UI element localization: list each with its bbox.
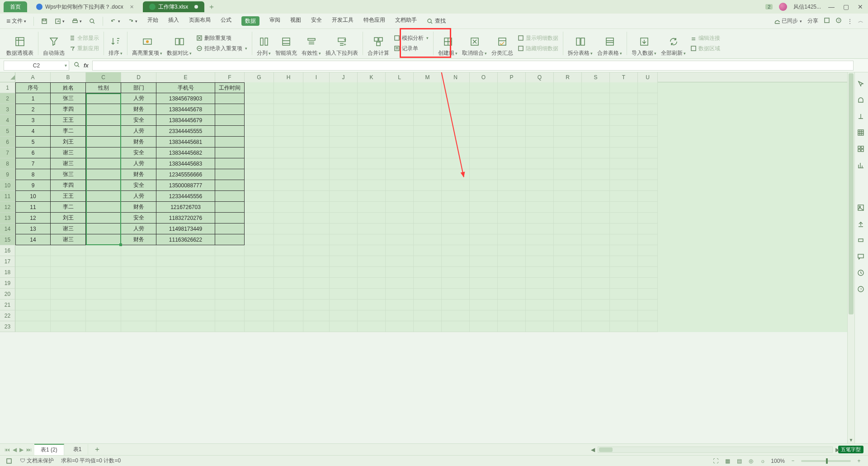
- cell[interactable]: [51, 321, 86, 332]
- cell[interactable]: [245, 126, 274, 137]
- cell[interactable]: [582, 234, 610, 245]
- cell[interactable]: [414, 289, 442, 300]
- cell[interactable]: [330, 256, 358, 267]
- col-header-B[interactable]: B: [51, 72, 86, 82]
- cell[interactable]: 张三: [51, 93, 86, 104]
- cell[interactable]: [554, 191, 582, 202]
- cell[interactable]: [215, 93, 245, 104]
- cell[interactable]: [156, 278, 215, 289]
- cell[interactable]: [245, 82, 274, 93]
- cell[interactable]: [498, 267, 526, 278]
- cell[interactable]: [470, 82, 498, 93]
- cell[interactable]: 刘王: [51, 213, 86, 223]
- cell[interactable]: [554, 115, 582, 126]
- cell[interactable]: [442, 267, 470, 278]
- cell[interactable]: [386, 310, 414, 321]
- cell[interactable]: [386, 93, 414, 104]
- cell[interactable]: [358, 82, 386, 93]
- row-header[interactable]: 15: [0, 234, 15, 245]
- cell[interactable]: [610, 278, 638, 289]
- cell[interactable]: 财务: [121, 104, 156, 115]
- split-table-button[interactable]: 拆分表格▾: [568, 30, 593, 57]
- auto-filter-button[interactable]: 自动筛选: [43, 30, 65, 57]
- feedback-tool-icon[interactable]: [858, 253, 866, 262]
- cell[interactable]: [215, 115, 245, 126]
- cell[interactable]: [498, 169, 526, 180]
- cell[interactable]: [442, 82, 470, 93]
- row-header[interactable]: 17: [0, 256, 15, 267]
- cell[interactable]: [582, 300, 610, 310]
- cell[interactable]: [386, 245, 414, 256]
- row-header[interactable]: 13: [0, 213, 15, 223]
- hide-detail-button[interactable]: 隐藏明细数据: [518, 45, 558, 52]
- tab-security[interactable]: 安全: [311, 16, 322, 26]
- cell[interactable]: 部门: [121, 82, 156, 93]
- cell[interactable]: [582, 126, 610, 137]
- cell[interactable]: [638, 289, 658, 300]
- cell[interactable]: [526, 93, 554, 104]
- cell[interactable]: [638, 245, 658, 256]
- cell[interactable]: [156, 289, 215, 300]
- fx-search-button[interactable]: [74, 62, 80, 69]
- cell[interactable]: [274, 137, 303, 147]
- history-tool-icon[interactable]: [858, 270, 866, 278]
- help-tool-icon[interactable]: ?: [858, 286, 866, 294]
- cell[interactable]: 李二: [51, 126, 86, 137]
- row-header[interactable]: 5: [0, 126, 15, 137]
- col-header-M[interactable]: M: [414, 72, 442, 82]
- cell[interactable]: [638, 169, 658, 180]
- cell[interactable]: [610, 300, 638, 310]
- cell[interactable]: [526, 137, 554, 147]
- cell[interactable]: [554, 289, 582, 300]
- cell[interactable]: [274, 202, 303, 213]
- eye-care-button[interactable]: ☼: [759, 457, 766, 465]
- cell[interactable]: [638, 115, 658, 126]
- save-button[interactable]: [39, 18, 49, 24]
- cell[interactable]: 5: [15, 137, 51, 147]
- cell[interactable]: 12334445556: [156, 191, 215, 202]
- cell[interactable]: 13: [15, 223, 51, 234]
- close-icon[interactable]: ✕: [130, 4, 134, 10]
- row-header[interactable]: 4: [0, 115, 15, 126]
- cell[interactable]: 谢三: [51, 147, 86, 158]
- cell[interactable]: [414, 82, 442, 93]
- cell[interactable]: [526, 310, 554, 321]
- tab-assistant[interactable]: 文档助手: [395, 16, 417, 26]
- fullscreen-button[interactable]: ⛶: [712, 457, 719, 465]
- edit-connections-button[interactable]: 编辑连接: [690, 34, 720, 42]
- cell[interactable]: [215, 202, 245, 213]
- cell[interactable]: [554, 234, 582, 245]
- cell[interactable]: 1216726703: [156, 202, 215, 213]
- insert-dropdown-button[interactable]: +插入下拉列表: [326, 30, 358, 57]
- cell[interactable]: [386, 321, 414, 332]
- name-box[interactable]: C2▾: [4, 61, 69, 71]
- cell[interactable]: [245, 310, 274, 321]
- ime-badge[interactable]: 五笔字型: [838, 446, 863, 453]
- cell[interactable]: [498, 300, 526, 310]
- cell[interactable]: [386, 82, 414, 93]
- cell[interactable]: [358, 169, 386, 180]
- cell[interactable]: [610, 93, 638, 104]
- row-header[interactable]: 9: [0, 169, 15, 180]
- cell[interactable]: [526, 300, 554, 310]
- cell[interactable]: [638, 223, 658, 234]
- cell[interactable]: [554, 202, 582, 213]
- cell[interactable]: [414, 245, 442, 256]
- cell[interactable]: [15, 278, 51, 289]
- row-header[interactable]: 7: [0, 147, 15, 158]
- fx-label[interactable]: fx: [84, 62, 89, 69]
- sync-status[interactable]: 已同步 ▾: [774, 17, 802, 25]
- cell[interactable]: [330, 137, 358, 147]
- cell[interactable]: [582, 115, 610, 126]
- cell[interactable]: [470, 169, 498, 180]
- cell[interactable]: [414, 278, 442, 289]
- cell[interactable]: [582, 213, 610, 223]
- cell[interactable]: [638, 202, 658, 213]
- cell[interactable]: [156, 321, 215, 332]
- cell[interactable]: [274, 147, 303, 158]
- cell[interactable]: [554, 126, 582, 137]
- cell[interactable]: [86, 256, 121, 267]
- cell[interactable]: [554, 82, 582, 93]
- cell[interactable]: [330, 223, 358, 234]
- cell[interactable]: [442, 93, 470, 104]
